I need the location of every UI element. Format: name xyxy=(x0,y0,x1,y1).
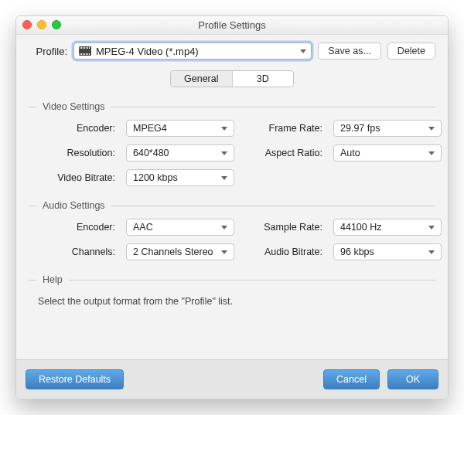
resolution-label: Resolution: xyxy=(38,148,115,158)
sample-rate-label: Sample Rate: xyxy=(245,222,322,233)
chevron-down-icon xyxy=(221,127,227,131)
chevron-down-icon xyxy=(221,226,227,230)
profile-settings-window: Profile Settings Profile: MPEG-4 Video (… xyxy=(15,15,449,400)
sample-rate-select[interactable]: 44100 Hz xyxy=(333,219,442,236)
restore-defaults-button[interactable]: Restore Defaults xyxy=(26,369,124,389)
audio-bitrate-value: 96 kbps xyxy=(340,246,374,257)
save-as-button[interactable]: Save as... xyxy=(318,42,381,60)
audio-bitrate-select[interactable]: 96 kbps xyxy=(333,243,442,260)
zoom-icon[interactable] xyxy=(52,20,61,29)
video-format-icon xyxy=(79,46,91,56)
audio-legend: Audio Settings xyxy=(43,200,105,211)
video-bitrate-value: 1200 kbps xyxy=(133,172,178,183)
help-text: Select the output format from the "Profi… xyxy=(29,293,435,310)
audio-settings-group: Audio Settings Encoder: AAC Sample Rate:… xyxy=(29,200,435,260)
video-bitrate-label: Video Bitrate: xyxy=(38,172,115,183)
cancel-button[interactable]: Cancel xyxy=(323,369,380,389)
help-legend: Help xyxy=(43,274,63,285)
tab-general[interactable]: General xyxy=(171,71,233,87)
video-encoder-select[interactable]: MPEG4 xyxy=(126,120,234,137)
video-bitrate-select[interactable]: 1200 kbps xyxy=(126,169,234,186)
titlebar: Profile Settings xyxy=(16,16,448,35)
frame-rate-label: Frame Rate: xyxy=(245,123,322,134)
channels-select[interactable]: 2 Channels Stereo xyxy=(126,243,234,260)
resolution-value: 640*480 xyxy=(133,148,169,158)
audio-encoder-select[interactable]: AAC xyxy=(126,219,234,236)
resolution-select[interactable]: 640*480 xyxy=(126,144,234,162)
video-encoder-label: Encoder: xyxy=(38,123,115,134)
chevron-down-icon xyxy=(300,49,306,53)
profile-value: MPEG-4 Video (*.mp4) xyxy=(96,46,199,57)
delete-button[interactable]: Delete xyxy=(387,42,435,60)
video-settings-group: Video Settings Encoder: MPEG4 Frame Rate… xyxy=(29,101,435,186)
aspect-ratio-select[interactable]: Auto xyxy=(333,144,442,162)
window-title: Profile Settings xyxy=(198,19,265,31)
aspect-ratio-label: Aspect Ratio: xyxy=(245,148,322,158)
help-group: Help Select the output format from the "… xyxy=(29,274,435,310)
aspect-ratio-value: Auto xyxy=(340,148,360,158)
channels-label: Channels: xyxy=(38,246,115,257)
chevron-down-icon xyxy=(428,250,435,254)
profile-label: Profile: xyxy=(29,46,67,57)
window-body: Profile: MPEG-4 Video (*.mp4) Save as...… xyxy=(16,35,448,359)
minimize-icon[interactable] xyxy=(37,20,46,29)
profile-select[interactable]: MPEG-4 Video (*.mp4) xyxy=(73,42,312,60)
chevron-down-icon xyxy=(428,226,435,230)
chevron-down-icon xyxy=(428,151,435,155)
audio-encoder-value: AAC xyxy=(133,222,153,233)
footer-bar: Restore Defaults Cancel OK xyxy=(16,359,448,399)
chevron-down-icon xyxy=(221,176,227,180)
chevron-down-icon xyxy=(221,151,227,155)
tab-3d[interactable]: 3D xyxy=(233,71,294,87)
audio-bitrate-label: Audio Bitrate: xyxy=(245,246,322,257)
frame-rate-value: 29.97 fps xyxy=(340,123,380,134)
tab-bar: General 3D xyxy=(170,70,294,87)
frame-rate-select[interactable]: 29.97 fps xyxy=(333,120,442,137)
window-controls xyxy=(22,20,61,29)
chevron-down-icon xyxy=(221,250,227,254)
chevron-down-icon xyxy=(428,127,435,131)
channels-value: 2 Channels Stereo xyxy=(133,246,213,257)
profile-row: Profile: MPEG-4 Video (*.mp4) Save as...… xyxy=(29,42,435,60)
video-encoder-value: MPEG4 xyxy=(133,123,167,134)
audio-encoder-label: Encoder: xyxy=(38,222,115,233)
video-legend: Video Settings xyxy=(43,101,104,112)
ok-button[interactable]: OK xyxy=(387,369,438,389)
sample-rate-value: 44100 Hz xyxy=(340,222,382,233)
close-icon[interactable] xyxy=(22,20,32,29)
